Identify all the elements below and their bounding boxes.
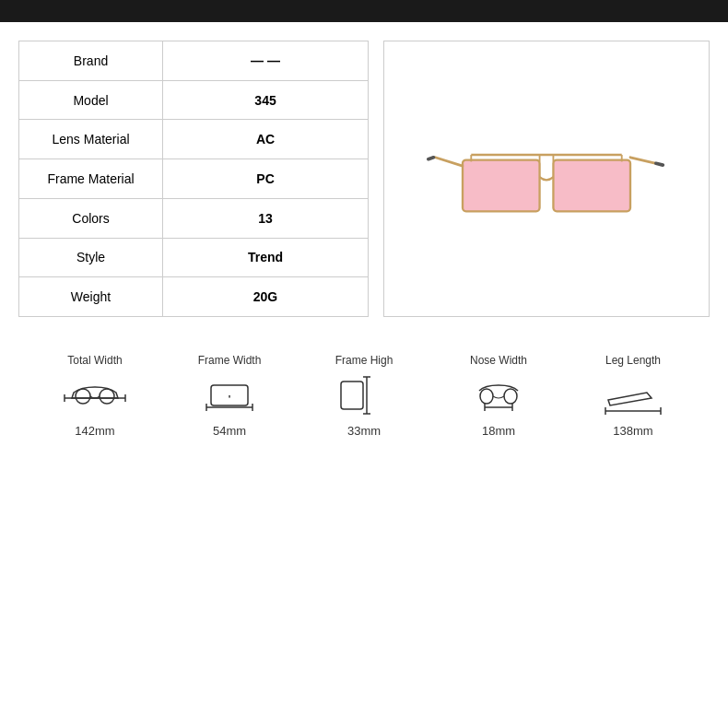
frame-high-icon [332,372,396,418]
svg-point-15 [100,389,114,404]
table-row: Colors13 [19,198,369,238]
table-cell-label: Weight [19,277,163,317]
svg-line-2 [429,158,434,159]
table-cell-value: PC [163,159,369,199]
table-cell-label: Brand [19,41,163,81]
table-row: Frame MaterialPC [19,159,369,199]
table-cell-value: Trend [163,238,369,277]
table-row: Weight20G [19,277,369,317]
svg-point-14 [76,389,90,404]
measure-value: 54mm [213,424,246,438]
table-cell-label: Frame Material [19,159,163,199]
nose-width-icon [466,372,531,418]
svg-line-0 [435,158,463,166]
svg-rect-23 [341,382,363,409]
measurements-section: Total Width 142mmFrame Width 54mmFrame H… [0,335,728,456]
product-image-box [383,41,710,317]
product-image [427,119,666,239]
measurement-item-total-width: Total Width 142mm [28,354,162,438]
table-cell-value: — — [163,41,369,81]
measure-label: Frame High [335,354,393,367]
frame-width-icon [197,372,262,418]
measure-label: Frame Width [198,354,262,367]
measure-value: 18mm [482,424,515,438]
leg-length-icon [601,372,665,418]
total-width-icon [63,372,127,418]
measurement-item-frame-width: Frame Width 54mm [162,354,297,438]
table-cell-label: Colors [19,198,163,238]
table-cell-value: 13 [163,198,369,238]
measure-value: 142mm [75,424,114,438]
table-cell-value: 345 [163,80,369,120]
table-cell-value: AC [163,120,369,159]
table-cell-label: Style [19,238,163,277]
table-row: StyleTrend [19,238,369,277]
measure-label: Nose Width [470,354,527,367]
measure-label: Leg Length [605,354,661,367]
product-info-table: Brand— —Model345Lens MaterialACFrame Mat… [18,41,369,317]
svg-rect-5 [463,160,540,212]
table-cell-label: Model [19,80,163,120]
svg-line-3 [656,163,663,165]
main-content: Brand— —Model345Lens MaterialACFrame Mat… [0,22,728,326]
measure-value: 138mm [613,424,652,438]
svg-point-27 [480,389,493,404]
table-row: Brand— — [19,41,369,81]
table-row: Model345 [19,80,369,120]
measurement-item-nose-width: Nose Width 18mm [431,354,566,438]
svg-point-28 [504,389,517,404]
svg-rect-6 [553,160,630,212]
table-cell-value: 20G [163,277,369,317]
table-cell-label: Lens Material [19,120,163,159]
measurement-item-leg-length: Leg Length 138mm [566,354,700,438]
measure-label: Total Width [67,354,122,367]
svg-line-1 [630,158,656,164]
measure-value: 33mm [347,424,381,438]
page-header [0,0,728,22]
table-row: Lens MaterialAC [19,120,369,159]
measurement-item-frame-high: Frame High 33mm [297,354,431,438]
